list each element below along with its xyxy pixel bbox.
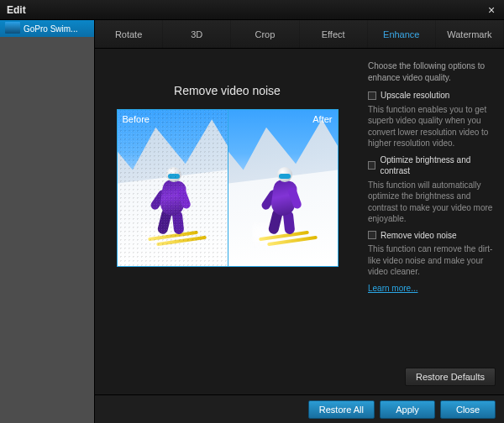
checkbox-icon xyxy=(368,231,376,239)
after-label: After xyxy=(312,114,332,124)
apply-button[interactable]: Apply xyxy=(380,400,435,419)
preview-title: Remove video noise xyxy=(174,84,281,97)
close-icon[interactable]: × xyxy=(484,3,499,18)
sidebar-item-file[interactable]: GoPro Swim... xyxy=(0,20,94,37)
option-desc: This function can remove the dirt-like v… xyxy=(368,243,494,278)
restore-defaults-button[interactable]: Restore Defaults xyxy=(405,368,496,386)
tab-rotate[interactable]: Rotate xyxy=(95,20,163,48)
checkbox-label: Remove video noise xyxy=(381,230,457,242)
preview-before: Before xyxy=(118,110,228,266)
checkbox-upscale-resolution[interactable]: Upscale resolution xyxy=(368,90,494,102)
tab-crop[interactable]: Crop xyxy=(231,20,299,48)
checkbox-label: Upscale resolution xyxy=(381,90,449,102)
enhance-panel: Remove video noise xyxy=(95,49,504,394)
checkbox-icon xyxy=(368,161,375,170)
file-sidebar: GoPro Swim... xyxy=(0,20,94,423)
tab-watermark[interactable]: Watermark xyxy=(436,20,504,48)
learn-more-link[interactable]: Learn more... xyxy=(368,284,417,293)
before-after-compare: Before xyxy=(117,109,339,267)
noise-overlay xyxy=(118,110,228,266)
tab-effect[interactable]: Effect xyxy=(300,20,368,48)
close-button[interactable]: Close xyxy=(440,400,496,419)
preview-after: After xyxy=(228,110,338,266)
checkbox-optimize-brightness[interactable]: Optimize brightness and contrast xyxy=(368,154,494,177)
option-desc: This function enables you to get superb … xyxy=(368,104,494,149)
skier-image xyxy=(228,110,338,266)
window-title: Edit xyxy=(7,4,484,16)
content-area: GoPro Swim... Rotate 3D Crop Effect Enha… xyxy=(0,20,504,423)
enhance-options: Choose the following options to enhance … xyxy=(360,49,504,394)
sidebar-item-label: GoPro Swim... xyxy=(24,24,77,34)
checkbox-remove-noise[interactable]: Remove video noise xyxy=(368,230,494,242)
before-label: Before xyxy=(123,114,150,124)
main-panel: Rotate 3D Crop Effect Enhance Watermark … xyxy=(94,20,504,423)
option-desc: This function will automatically optimiz… xyxy=(368,180,494,225)
checkbox-icon xyxy=(368,91,376,100)
title-bar: Edit × xyxy=(0,0,504,20)
footer-bar: Restore All Apply Close xyxy=(95,394,504,423)
tab-3d[interactable]: 3D xyxy=(163,20,231,48)
options-intro: Choose the following options to enhance … xyxy=(368,60,494,83)
tab-enhance[interactable]: Enhance xyxy=(368,20,436,48)
tab-bar: Rotate 3D Crop Effect Enhance Watermark xyxy=(95,20,504,49)
checkbox-label: Optimize brightness and contrast xyxy=(380,154,494,177)
preview-area: Remove video noise xyxy=(95,49,360,394)
restore-all-button[interactable]: Restore All xyxy=(308,400,375,419)
